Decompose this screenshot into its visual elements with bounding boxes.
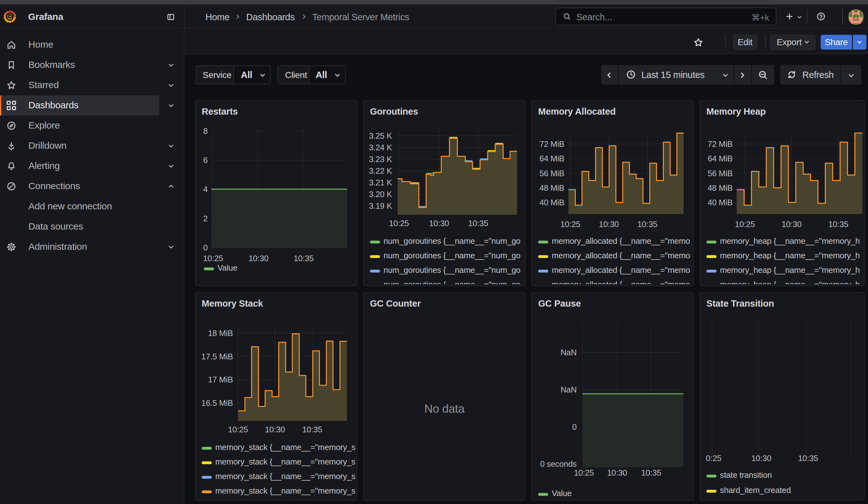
svg-text:72 MiB: 72 MiB bbox=[707, 139, 733, 149]
svg-text:10:30: 10:30 bbox=[599, 219, 619, 229]
svg-text:10:35: 10:35 bbox=[302, 425, 322, 434]
svg-text:56 MiB: 56 MiB bbox=[539, 169, 564, 178]
svg-text:10:30: 10:30 bbox=[782, 219, 802, 229]
svg-text:18 MiB: 18 MiB bbox=[208, 328, 233, 338]
svg-text:10:35: 10:35 bbox=[641, 468, 661, 477]
svg-text:48 MiB: 48 MiB bbox=[707, 183, 733, 193]
svg-text:10:30: 10:30 bbox=[429, 218, 449, 228]
svg-text:10:25: 10:25 bbox=[560, 219, 580, 229]
svg-text:17 MiB: 17 MiB bbox=[208, 375, 233, 384]
svg-text:10:25: 10:25 bbox=[203, 254, 223, 263]
svg-text:10:30: 10:30 bbox=[607, 468, 627, 477]
svg-text:3.25 K: 3.25 K bbox=[369, 131, 392, 141]
svg-text:0: 0 bbox=[203, 243, 208, 252]
svg-text:10:25: 10:25 bbox=[228, 425, 248, 434]
svg-text:NaN: NaN bbox=[560, 385, 577, 394]
svg-text:64 MiB: 64 MiB bbox=[707, 154, 733, 163]
svg-text:3.19 K: 3.19 K bbox=[369, 201, 392, 210]
svg-text:16.5 MiB: 16.5 MiB bbox=[202, 398, 233, 408]
svg-text:0 seconds: 0 seconds bbox=[540, 459, 577, 469]
svg-text:10:35: 10:35 bbox=[468, 218, 488, 228]
svg-text:3.23 K: 3.23 K bbox=[369, 154, 392, 164]
svg-text:6: 6 bbox=[203, 155, 208, 165]
svg-text:64 MiB: 64 MiB bbox=[539, 154, 564, 163]
svg-text:NaN: NaN bbox=[560, 348, 577, 357]
svg-text:0:25: 0:25 bbox=[706, 453, 721, 463]
svg-text:8: 8 bbox=[203, 126, 208, 136]
svg-text:56 MiB: 56 MiB bbox=[707, 169, 733, 178]
svg-text:72 MiB: 72 MiB bbox=[539, 139, 564, 149]
svg-text:40 MiB: 40 MiB bbox=[539, 198, 564, 207]
svg-text:10:25: 10:25 bbox=[574, 468, 594, 477]
svg-text:4: 4 bbox=[203, 184, 208, 194]
svg-text:2: 2 bbox=[203, 214, 208, 223]
svg-text:10:35: 10:35 bbox=[828, 219, 848, 229]
svg-text:10:30: 10:30 bbox=[248, 254, 269, 263]
svg-text:10:35: 10:35 bbox=[293, 254, 314, 263]
svg-text:3.22 K: 3.22 K bbox=[369, 166, 392, 176]
svg-text:10:30: 10:30 bbox=[751, 453, 772, 463]
svg-text:10:25: 10:25 bbox=[735, 219, 755, 229]
svg-text:3.24 K: 3.24 K bbox=[369, 143, 392, 152]
svg-text:40 MiB: 40 MiB bbox=[707, 198, 733, 207]
svg-text:3.21 K: 3.21 K bbox=[369, 178, 392, 187]
svg-text:17.5 MiB: 17.5 MiB bbox=[202, 352, 233, 361]
svg-text:3.20 K: 3.20 K bbox=[369, 189, 392, 199]
svg-text:48 MiB: 48 MiB bbox=[539, 183, 564, 193]
svg-text:10:30: 10:30 bbox=[265, 425, 285, 434]
svg-text:10:25: 10:25 bbox=[389, 218, 409, 228]
svg-text:10:35: 10:35 bbox=[798, 453, 818, 463]
svg-text:10:35: 10:35 bbox=[637, 219, 658, 229]
svg-text:0: 0 bbox=[572, 422, 577, 432]
